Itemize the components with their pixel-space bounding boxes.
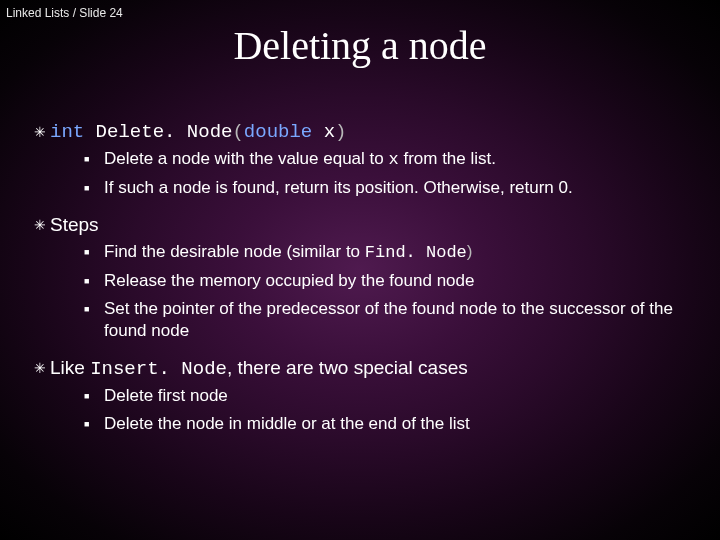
text-span: Delete a node with the value equal to (104, 149, 388, 168)
square-icon: ■ (84, 270, 104, 292)
bullet-level1: ✳ Like Insert. Node, there are two speci… (30, 356, 698, 381)
code-signature: int Delete. Node(double x) (50, 120, 347, 144)
bullet-level1: ✳ Steps (30, 213, 698, 237)
code-span: x (388, 150, 398, 169)
paren-open: ( (232, 121, 243, 143)
bullet-text: Set the pointer of the predecessor of th… (104, 298, 698, 342)
code-span: Find. Node (365, 243, 467, 262)
section-heading: Steps (50, 213, 99, 237)
star-icon: ✳ (30, 213, 50, 237)
bullet-level2: ■ Delete a node with the value equal to … (84, 148, 698, 171)
slide: Linked Lists / Slide 24 Deleting a node … (0, 0, 720, 540)
square-icon: ■ (84, 298, 104, 320)
text-span: from the list. (399, 149, 496, 168)
star-icon: ✳ (30, 356, 50, 380)
bullet-text: Find the desirable node (similar to Find… (104, 241, 473, 264)
bullet-level2: ■ Find the desirable node (similar to Fi… (84, 241, 698, 264)
fn-name: Delete. Node (84, 121, 232, 143)
star-icon: ✳ (30, 120, 50, 144)
bullet-text: Delete a node with the value equal to x … (104, 148, 496, 171)
sublist: ■ Delete a node with the value equal to … (84, 148, 698, 199)
bullet-text: Delete the node in middle or at the end … (104, 413, 470, 435)
bullet-level1: ✳ int Delete. Node(double x) (30, 120, 698, 144)
square-icon: ■ (84, 241, 104, 263)
bullet-text: Release the memory occupied by the found… (104, 270, 474, 292)
slide-title: Deleting a node (0, 22, 720, 69)
square-icon: ■ (84, 413, 104, 435)
slide-content: ✳ int Delete. Node(double x) ■ Delete a … (30, 120, 698, 449)
text-span: Like (50, 357, 90, 378)
square-icon: ■ (84, 385, 104, 407)
arg-name: x (312, 121, 335, 143)
section-heading: Like Insert. Node, there are two special… (50, 356, 468, 381)
bullet-text: Delete first node (104, 385, 228, 407)
bullet-level2: ■ Set the pointer of the predecessor of … (84, 298, 698, 342)
paren-close: ) (335, 121, 346, 143)
bullet-level2: ■ Delete the node in middle or at the en… (84, 413, 698, 435)
square-icon: ■ (84, 148, 104, 170)
keyword-int: int (50, 121, 84, 143)
breadcrumb: Linked Lists / Slide 24 (6, 6, 123, 20)
text-span: Find the desirable node (similar to (104, 242, 365, 261)
keyword-double: double (244, 121, 312, 143)
text-span: ) (467, 242, 473, 261)
text-span: , there are two special cases (227, 357, 468, 378)
square-icon: ■ (84, 177, 104, 199)
bullet-level2: ■ If such a node is found, return its po… (84, 177, 698, 199)
bullet-level2: ■ Release the memory occupied by the fou… (84, 270, 698, 292)
sublist: ■ Delete first node ■ Delete the node in… (84, 385, 698, 435)
bullet-level2: ■ Delete first node (84, 385, 698, 407)
sublist: ■ Find the desirable node (similar to Fi… (84, 241, 698, 342)
code-span: Insert. Node (90, 358, 227, 380)
bullet-text: If such a node is found, return its posi… (104, 177, 573, 199)
